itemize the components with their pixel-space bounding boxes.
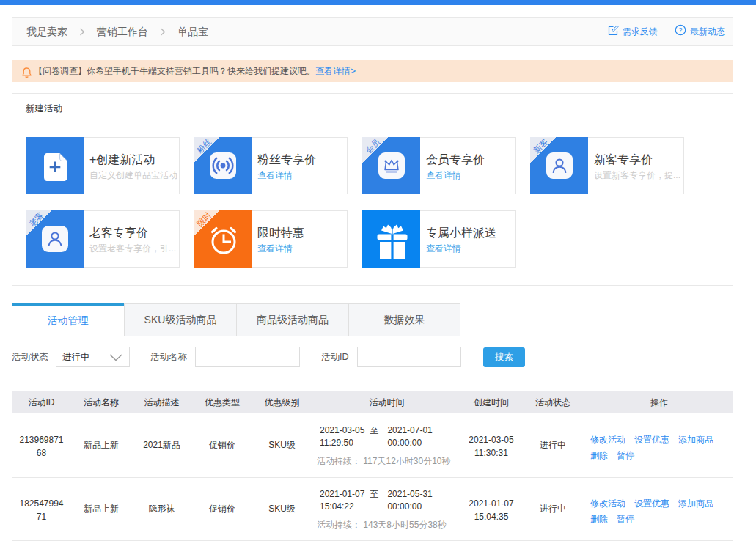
svg-text:?: ?	[678, 26, 682, 34]
